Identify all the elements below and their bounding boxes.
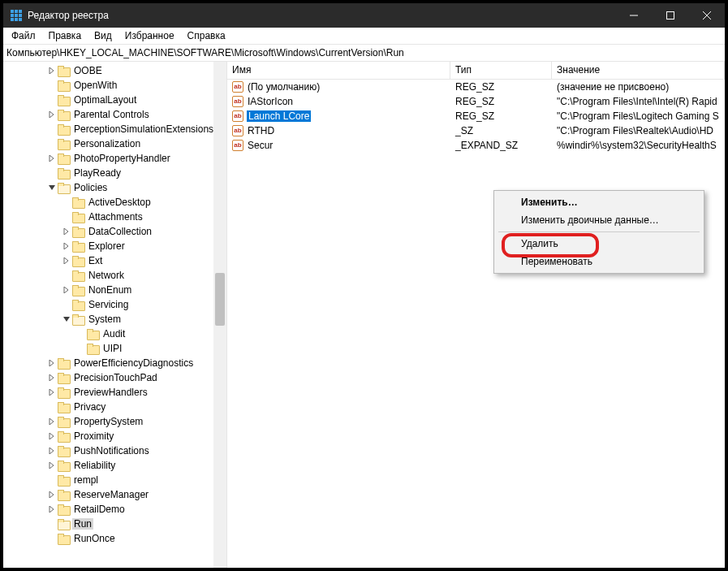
cell-name: abSecur: [227, 140, 450, 151]
close-button[interactable]: [688, 3, 725, 28]
tree-item[interactable]: PhotoPropertyHandler: [3, 151, 226, 166]
tree-item[interactable]: OptimalLayout: [3, 93, 226, 107]
chevron-right-icon[interactable]: [62, 285, 71, 295]
value-name: RTHD: [247, 125, 275, 136]
menu-favorites[interactable]: Избранное: [118, 28, 181, 43]
tree-item[interactable]: ActiveDesktop: [3, 195, 226, 210]
tree-item[interactable]: Servicing: [3, 297, 226, 312]
chevron-right-icon[interactable]: [62, 241, 71, 251]
chevron-right-icon[interactable]: [62, 256, 71, 266]
chevron-right-icon[interactable]: [62, 227, 71, 236]
cell-type: _SZ: [450, 125, 552, 136]
list-row[interactable]: abIAStorIconREG_SZ"C:\Program Files\Inte…: [227, 94, 725, 109]
chevron-right-icon[interactable]: [47, 358, 57, 368]
value-name: (По умолчанию): [247, 81, 321, 93]
maximize-button[interactable]: [652, 3, 688, 28]
tree-item[interactable]: PrecisionTouchPad: [3, 370, 226, 385]
ctx-rename[interactable]: Переименовать: [497, 253, 701, 270]
tree-item[interactable]: PushNotifications: [3, 443, 226, 458]
tree-scrollbar[interactable]: [213, 62, 226, 568]
menu-view[interactable]: Вид: [88, 28, 118, 43]
tree-item[interactable]: Proximity: [3, 429, 226, 443]
tree-item[interactable]: PlayReady: [3, 166, 226, 180]
tree-item[interactable]: NonEnum: [3, 283, 226, 297]
tree-item-label: NonEnum: [87, 284, 133, 296]
tree-item[interactable]: RetailDemo: [3, 502, 226, 517]
chevron-down-icon[interactable]: [47, 183, 57, 192]
tree-item[interactable]: PropertySystem: [3, 414, 226, 429]
chevron-right-icon[interactable]: [47, 504, 57, 514]
expander-none: [62, 197, 71, 207]
chevron-right-icon[interactable]: [47, 66, 57, 76]
tree-item[interactable]: DataCollection: [3, 224, 226, 239]
tree-item[interactable]: OpenWith: [3, 78, 226, 93]
chevron-right-icon[interactable]: [47, 461, 57, 470]
chevron-right-icon[interactable]: [47, 446, 57, 456]
tree-item[interactable]: Parental Controls: [3, 107, 226, 122]
tree-item-label: RunOnce: [72, 533, 117, 544]
tree-item[interactable]: Policies: [3, 180, 226, 195]
string-value-icon: ab: [232, 110, 243, 122]
chevron-right-icon[interactable]: [47, 154, 57, 163]
chevron-right-icon[interactable]: [47, 490, 57, 500]
col-name[interactable]: Имя: [227, 62, 450, 79]
chevron-right-icon[interactable]: [47, 110, 57, 119]
tree-item[interactable]: PowerEfficiencyDiagnostics: [3, 356, 226, 370]
tree-item[interactable]: Ext: [3, 253, 226, 268]
tree-item-label: ReserveManager: [72, 489, 150, 500]
tree-item[interactable]: Explorer: [3, 239, 226, 253]
list-row[interactable]: ab(По умолчанию)REG_SZ(значение не присв…: [227, 80, 725, 94]
ctx-edit-binary[interactable]: Изменить двоичные данные…: [497, 211, 701, 229]
folder-icon: [86, 329, 99, 340]
menu-edit[interactable]: Правка: [42, 28, 88, 43]
list-row[interactable]: abRTHD_SZ"C:\Program Files\Realtek\Audio…: [227, 123, 725, 138]
value-name: Launch LCore: [247, 110, 311, 122]
tree-item[interactable]: PreviewHandlers: [3, 385, 226, 400]
ctx-delete[interactable]: Удалить: [497, 235, 701, 253]
tree-item-label: OptimalLayout: [72, 94, 138, 106]
folder-icon: [57, 431, 70, 442]
tree-item[interactable]: Network: [3, 268, 226, 283]
list-view[interactable]: Имя Тип Значение ab(По умолчанию)REG_SZ(…: [227, 62, 725, 568]
expander-none: [47, 139, 57, 149]
tree-item[interactable]: OOBE: [3, 63, 226, 78]
folder-icon: [57, 534, 70, 544]
tree-item[interactable]: Attachments: [3, 210, 226, 224]
scrollbar-thumb[interactable]: [215, 273, 225, 326]
tree-item[interactable]: ReserveManager: [3, 487, 226, 502]
tree-item[interactable]: UIPI: [3, 341, 226, 356]
chevron-right-icon[interactable]: [47, 417, 57, 426]
tree-item[interactable]: RunOnce: [3, 531, 226, 546]
minimize-button[interactable]: [615, 3, 652, 28]
folder-icon: [57, 461, 70, 471]
tree-item[interactable]: Run: [3, 517, 226, 531]
chevron-right-icon[interactable]: [47, 373, 57, 383]
ctx-edit[interactable]: Изменить…: [497, 193, 701, 211]
list-row[interactable]: abSecur_EXPAND_SZ%windir%\system32\Secur…: [227, 138, 725, 153]
address-text: Компьютер\HKEY_LOCAL_MACHINE\SOFTWARE\Mi…: [6, 47, 404, 58]
tree-view[interactable]: OOBEOpenWithOptimalLayoutParental Contro…: [3, 62, 227, 568]
chevron-right-icon[interactable]: [47, 431, 57, 441]
list-row[interactable]: abLaunch LCoreREG_SZ"C:\Program Files\Lo…: [227, 109, 725, 123]
menu-help[interactable]: Справка: [181, 28, 232, 43]
tree-item-label: PreviewHandlers: [72, 387, 149, 398]
chevron-down-icon[interactable]: [62, 314, 71, 324]
tree-item-label: ActiveDesktop: [87, 197, 153, 208]
tree-item[interactable]: Audit: [3, 327, 226, 341]
tree-item[interactable]: PerceptionSimulationExtensions: [3, 122, 226, 136]
folder-icon: [57, 446, 70, 456]
value-name: Secur: [247, 140, 274, 151]
menu-file[interactable]: Файл: [5, 28, 42, 43]
tree-item-label: Proximity: [72, 430, 115, 442]
tree-item[interactable]: Privacy: [3, 400, 226, 414]
ctx-separator: [498, 231, 700, 232]
address-bar[interactable]: Компьютер\HKEY_LOCAL_MACHINE\SOFTWARE\Mi…: [3, 45, 725, 62]
col-type[interactable]: Тип: [450, 62, 552, 79]
folder-icon: [57, 402, 70, 413]
chevron-right-icon[interactable]: [47, 387, 57, 397]
tree-item[interactable]: rempl: [3, 473, 226, 487]
tree-item[interactable]: Reliability: [3, 458, 226, 473]
col-value[interactable]: Значение: [552, 62, 725, 79]
tree-item[interactable]: System: [3, 312, 226, 327]
tree-item[interactable]: Personalization: [3, 136, 226, 151]
